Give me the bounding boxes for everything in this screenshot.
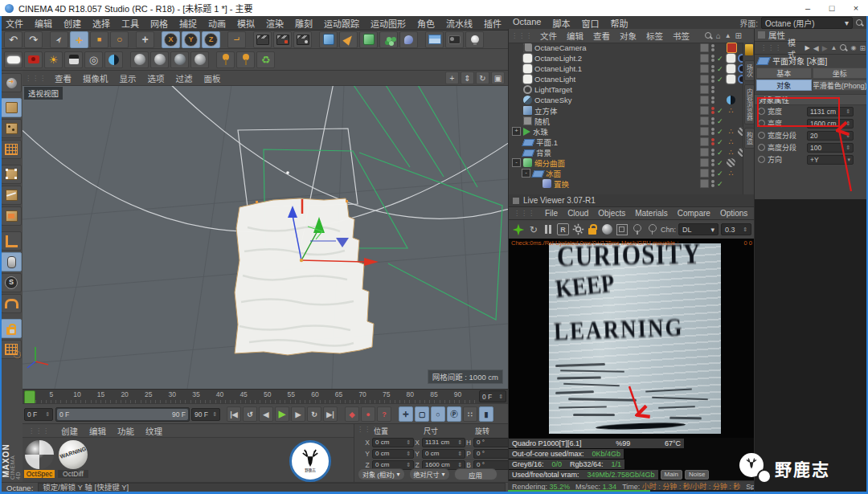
object-name[interactable]: OctaneLight.2 <box>534 54 582 63</box>
menu-选择[interactable]: 选择 <box>87 17 116 30</box>
editor-toggle[interactable] <box>700 148 709 157</box>
object-row-细分曲面[interactable]: -细分曲面✓ <box>509 157 743 168</box>
editor-toggle[interactable] <box>700 106 709 115</box>
stepper-icon[interactable]: ⇕ <box>845 145 850 151</box>
model-mode-icon[interactable] <box>1 98 22 117</box>
om-menu-标签[interactable]: 标签 <box>641 30 668 42</box>
point-level-animation-button[interactable]: ∷ <box>463 406 477 422</box>
stepper-icon[interactable]: ⇕ <box>845 120 850 127</box>
enable-check[interactable]: ✓ <box>717 65 724 73</box>
viewport-menu-显示[interactable]: 显示 <box>114 72 142 84</box>
material-preview-icon[interactable] <box>601 223 613 237</box>
menu-脚本[interactable]: 脚本 <box>547 17 575 30</box>
material-preview-sphere[interactable]: WARNING <box>59 440 88 469</box>
z-axis-lock-icon[interactable]: Z <box>202 31 220 48</box>
octane-camera-icon[interactable] <box>24 51 43 68</box>
editor-toggle[interactable] <box>700 43 709 52</box>
menu-创建[interactable]: 创建 <box>58 17 87 30</box>
menu-捕捉[interactable]: 捕捉 <box>174 17 203 30</box>
object-row-OctaneSky[interactable]: OctaneSky <box>509 95 743 105</box>
lock-resolution-icon[interactable] <box>587 223 599 237</box>
render-settings-icon[interactable] <box>293 31 312 48</box>
play-backward-button[interactable]: ↺ <box>243 406 257 422</box>
octane-vdb-icon[interactable]: ♻ <box>256 51 275 68</box>
phong-tag[interactable]: ∴ <box>727 127 735 136</box>
view-label[interactable]: 透视视图 <box>24 87 63 100</box>
visibility-dots[interactable] <box>711 76 714 83</box>
back-icon[interactable]: ◀ <box>813 44 819 52</box>
lightt-tag[interactable] <box>727 54 735 63</box>
keyframe-dot[interactable] <box>758 156 765 163</box>
record-rotation-button[interactable]: ○ <box>431 406 445 422</box>
keyframe-dot[interactable] <box>758 132 765 139</box>
timeline-playhead[interactable] <box>24 390 35 404</box>
y-axis-lock-icon[interactable]: Y <box>182 31 200 48</box>
stepper-icon[interactable]: ⇕ <box>743 227 747 233</box>
restart-render-icon[interactable]: ↻ <box>527 223 539 237</box>
om-menu-书签[interactable]: 书签 <box>668 30 694 42</box>
lightt-tag[interactable] <box>727 75 735 84</box>
loop-button[interactable]: ↻ <box>307 406 321 422</box>
enable-check[interactable]: ✓ <box>717 128 724 136</box>
attr-field-高度[interactable]: 1600 cm⇕ <box>807 119 854 129</box>
visibility-dots[interactable] <box>711 169 714 177</box>
lv-menu-File[interactable]: File <box>540 209 563 218</box>
om-menu-查看[interactable]: 查看 <box>588 30 615 42</box>
editor-toggle[interactable] <box>700 179 709 188</box>
expand-toggle[interactable]: - <box>522 169 530 178</box>
enable-check[interactable]: ✓ <box>717 107 724 115</box>
menu-流水线[interactable]: 流水线 <box>440 17 478 30</box>
material-octdiff[interactable]: WARNING OctDiff <box>58 440 88 478</box>
goto-start-button[interactable]: |◀ <box>227 406 241 422</box>
enable-check[interactable]: ✓ <box>717 138 724 146</box>
side-tab-构造[interactable]: 构造 <box>744 128 755 149</box>
om-menu-文件[interactable]: 文件 <box>535 30 562 42</box>
chevron-down-icon[interactable]: ▾ <box>847 157 850 163</box>
region-render-icon[interactable]: R <box>557 223 569 237</box>
coord-field-位置-Y[interactable]: 0 cm⇕ <box>372 449 414 459</box>
mode-arrow-icon[interactable]: ▶ <box>805 44 810 51</box>
generator-icon[interactable] <box>359 31 378 48</box>
object-row-立方体[interactable]: 立方体✓∴ <box>509 105 743 116</box>
editor-toggle[interactable] <box>700 54 709 63</box>
menu-网格[interactable]: 网格 <box>145 17 174 30</box>
stepper-icon[interactable]: ⇕ <box>845 108 850 115</box>
mograph-icon[interactable] <box>379 31 398 48</box>
visibility-dots[interactable] <box>711 117 714 125</box>
light-icon[interactable] <box>465 31 484 48</box>
last-tool-icon[interactable]: + <box>136 31 154 48</box>
menu-插件[interactable]: 插件 <box>478 17 507 30</box>
attr-field-宽度分段[interactable]: 20⇕ <box>807 131 854 141</box>
visibility-dots[interactable] <box>711 128 714 135</box>
current-frame-field[interactable]: 0 F⇕ <box>24 408 53 421</box>
object-row-OctaneLight[interactable]: OctaneLight✓ <box>509 74 743 84</box>
skyt-tag[interactable] <box>727 96 735 104</box>
maximize-button[interactable]: □ <box>820 0 844 16</box>
workplane-mode-icon[interactable] <box>1 340 22 359</box>
channel-dropdown[interactable]: DL▾ <box>678 223 719 235</box>
enable-check[interactable]: ✓ <box>717 159 724 167</box>
enable-check[interactable]: ✓ <box>717 149 724 157</box>
coord-field-尺寸-Y[interactable]: 0 cm⇕ <box>422 449 465 459</box>
object-name[interactable]: 细分曲面 <box>534 157 565 169</box>
side-tab-内容浏览器[interactable]: 内容浏览器 <box>744 84 755 125</box>
viewport-menu-查看[interactable]: 查看 <box>49 72 77 84</box>
object-row-LightTarget[interactable]: LightTarget <box>509 84 743 95</box>
object-name[interactable]: OctaneSky <box>534 96 571 104</box>
octane-glossy-material-icon[interactable] <box>150 51 169 68</box>
visibility-dots[interactable] <box>711 86 714 93</box>
enable-check[interactable]: ✓ <box>717 76 724 84</box>
stepper-icon[interactable]: ⇕ <box>406 451 411 457</box>
object-row-随机[interactable]: 随机✓ <box>509 116 743 126</box>
menu-渲染[interactable]: 渲染 <box>260 17 289 30</box>
octane-sky-icon[interactable] <box>104 51 123 68</box>
menu-雕刻[interactable]: 雕刻 <box>289 17 318 30</box>
dolly-view-icon[interactable]: ⇕ <box>461 71 474 84</box>
object-name[interactable]: 随机 <box>534 116 550 127</box>
snap-toggle-icon[interactable]: S <box>1 273 22 292</box>
material-menu-功能[interactable]: 功能 <box>112 425 140 437</box>
object-name[interactable]: OctaneLight.1 <box>534 64 582 73</box>
object-name[interactable]: 置换 <box>554 178 569 190</box>
menu-窗口[interactable]: 窗口 <box>575 17 604 30</box>
up-one-level-icon[interactable]: ▲ <box>725 32 731 39</box>
